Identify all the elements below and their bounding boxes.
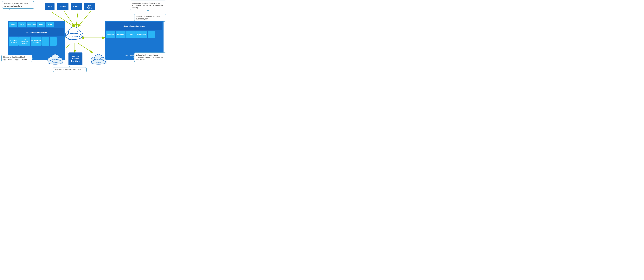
- internet-cloud-svg: INTERNET: [63, 22, 85, 45]
- channel-mobile: Mobile: [57, 3, 68, 10]
- svg-text:Services: Services: [52, 62, 58, 63]
- local-pos: Local POS Services: [9, 37, 18, 46]
- channel-web: Web: [45, 3, 54, 10]
- internet-label: INTERNET: [68, 35, 80, 38]
- svg-text:Cloud- Based: Cloud- Based: [51, 59, 59, 60]
- dc-ecommerce: eCommerce: [136, 31, 147, 38]
- dc-analytics: Analytics: [106, 31, 116, 38]
- callout-bottom-center: More secure connection with PSPs: [53, 67, 87, 72]
- service-mpos: mPOS: [18, 22, 26, 27]
- service-print: Print: [37, 22, 45, 27]
- callout-top-right-lower: More secure, flexible data center busine…: [134, 14, 166, 22]
- local-dots1: ...: [42, 37, 49, 46]
- dc-sil: Secure Integration Layer: [106, 22, 162, 30]
- svg-text:Services: Services: [96, 62, 101, 63]
- cloud-left: Cloud- Based Systems and Services: [46, 52, 64, 66]
- dc-dots: ...: [148, 31, 155, 38]
- store-local-services: Local POS Services Local Inventory Servi…: [9, 37, 64, 46]
- service-cash-drawer: Cash Drawer: [27, 22, 36, 27]
- callout-top-left: More secure, flexible local store transa…: [2, 1, 34, 9]
- svg-text:Cloud- Based: Cloud- Based: [94, 59, 102, 60]
- dc-inventory: Inventory: [116, 31, 126, 38]
- callout-bottom-right: Linkage to cloud-based SaaS business com…: [134, 53, 166, 62]
- store-services-row: POS mPOS Cash Drawer Print Scan: [9, 22, 64, 27]
- svg-text:Systems and: Systems and: [94, 60, 102, 62]
- store-sil: Secure Integration Layer: [9, 28, 64, 36]
- dc-services-row: Analytics Inventory CRM eCommerce ...: [106, 31, 162, 38]
- cloud-right: Cloud- Based Systems and Services: [90, 52, 108, 66]
- local-content: Local Content Services: [30, 37, 42, 46]
- psp-box: PaymentServiceProviders: [68, 53, 82, 65]
- svg-text:Systems and: Systems and: [51, 60, 59, 62]
- callout-bottom-left: Linkage to cloud-based SaaS applications…: [2, 55, 32, 62]
- callout-top-right-upper: More secure consumer integration for eCo…: [130, 1, 166, 10]
- dc-crm: CRM: [126, 31, 136, 38]
- diagram: More secure, flexible local store transa…: [0, 0, 168, 73]
- channel-social: Social: [70, 3, 82, 10]
- internet-cloud: INTERNET: [63, 22, 85, 45]
- channel-3rd-parties: 3rdParties: [84, 3, 95, 10]
- service-pos: POS: [9, 22, 17, 27]
- local-dots2: ...: [50, 37, 56, 46]
- local-inventory: Local Inventory Services: [19, 37, 30, 46]
- service-scan: Scan: [46, 22, 54, 27]
